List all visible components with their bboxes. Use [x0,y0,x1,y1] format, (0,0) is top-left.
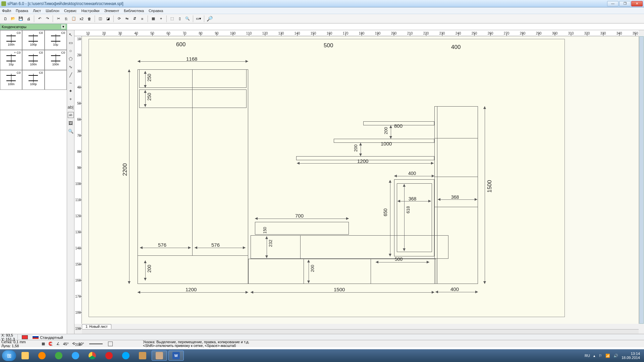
color-swatch-icon[interactable] [22,335,28,339]
taskbar-splan-icon[interactable] [152,351,167,361]
tray-date[interactable]: 18.09.2014 [622,356,640,360]
palette-component[interactable]: + C010μ [0,50,22,70]
open-file-icon[interactable]: 📂 [10,15,16,22]
mirror-v-icon[interactable]: ⇵ [131,15,138,22]
start-button[interactable]: ⊞ [2,350,16,361]
horizontal-scrollbar[interactable] [82,329,639,334]
tray-network-icon[interactable]: 📶 [605,354,610,358]
grid-toggle-icon[interactable]: ▦ [42,342,45,346]
palette-component[interactable] [45,70,67,90]
image-tool-icon[interactable]: 🖼 [68,120,74,126]
palette-component[interactable]: C0100n [0,30,22,50]
taskbar-utorrent-icon[interactable] [51,351,66,361]
delete-icon[interactable]: 🗑 [86,15,93,22]
menu-service[interactable]: Сервис [64,9,77,13]
page-icon[interactable]: ▭▾ [195,15,202,22]
tray-lang[interactable]: RU [585,354,590,358]
bezier-tool-icon[interactable]: ~ [68,80,74,86]
tray-up-icon[interactable]: ▴ [593,354,595,358]
duplicate-icon[interactable]: x2 [78,15,85,22]
menu-sheet[interactable]: Лист [33,9,41,13]
minimize-button[interactable]: — [607,1,619,6]
junction-tool-icon[interactable]: + [68,96,74,102]
taskbar-opera-icon[interactable] [101,351,117,361]
panel-icon[interactable]: ▯ [176,15,183,22]
find-icon[interactable]: 🔍 [184,15,191,22]
group-icon[interactable]: ◫ [97,15,104,22]
palette-component[interactable]: C010μ [45,30,67,50]
palette-component[interactable]: C0100n [22,50,44,70]
fill-preview[interactable] [108,342,113,346]
poly-tool-icon[interactable]: ⬠ [68,56,74,62]
windows-taskbar: ⊞ W RU ▴ ⚐ 📶 🔊 13:1418.09.2014 [0,349,644,362]
component-category-dropdown[interactable]: Конденсаторы ▾ [0,24,67,30]
dim-618: 618 [406,206,411,214]
vertical-scrollbar[interactable] [639,36,644,324]
ungroup-icon[interactable]: ◪ [105,15,111,22]
horizontal-ruler: 1020304050607080901001101201301401501601… [74,30,639,36]
drawing-canvas[interactable]: 600 500 400 1168 250 250 2200 [82,36,639,324]
taskbar-ie-icon[interactable] [68,351,83,361]
menu-element[interactable]: Элемент [104,9,119,13]
angle-ccw-icon[interactable]: ⟲ [72,342,75,346]
dimline-576a [140,248,191,248]
mirror-h-icon[interactable]: ⇋ [123,15,130,22]
redo-icon[interactable]: ↷ [44,15,51,22]
paste-icon[interactable]: 📋 [70,15,77,22]
palette-component[interactable]: C0100n [45,50,67,70]
taskbar-skype-icon[interactable] [118,351,133,361]
taskbar-chrome-icon[interactable] [85,351,100,361]
sheet-tabs: 1: Новый лист [82,324,111,329]
snap-icon[interactable]: ⌖ [158,15,164,22]
angle-icon[interactable]: ∠ [56,342,60,346]
pointer-tool-icon[interactable]: ↖ [68,32,74,38]
text-tool-icon[interactable]: ab| [68,104,74,110]
dim-700: 700 [295,213,304,219]
new-file-icon[interactable]: 🗋 [2,15,9,22]
menu-edit[interactable]: Правка [16,9,28,13]
save-file-icon[interactable]: 💾 [17,15,24,22]
taskbar-explorer-icon[interactable] [17,351,33,361]
rotate-icon[interactable]: ⟳ [116,15,122,22]
palette-component[interactable]: C0100p [22,30,44,50]
close-button[interactable]: ✕ [631,1,643,6]
dim-150: 150 [263,227,267,234]
textframe-tool-icon[interactable]: ab [68,112,74,118]
node-tool-icon[interactable]: ✦ [68,88,74,94]
align-icon[interactable]: ≡ [139,15,146,22]
tray-volume-icon[interactable]: 🔊 [613,354,618,358]
taskbar-wmplayer-icon[interactable] [34,351,50,361]
tv-base [251,235,448,259]
palette-component[interactable]: C0100p [22,70,44,90]
menu-help[interactable]: Справка [149,9,163,13]
menu-template[interactable]: Шаблон [46,9,59,13]
magnet-icon[interactable]: 🧲 [48,342,53,346]
sheet-tab-1[interactable]: 1: Новый лист [82,324,111,329]
dim-200c: 200 [353,144,358,152]
tv-shelf [255,222,349,235]
copy-icon[interactable]: ⎘ [63,15,69,22]
line-tool-icon[interactable]: ╱ [68,72,74,78]
select-frame-icon[interactable]: ⬚ [169,15,175,22]
undo-icon[interactable]: ↶ [36,15,43,22]
angle-45[interactable]: 45° [63,342,69,346]
circle-tool-icon[interactable]: ○ [68,48,74,54]
taskbar-paint-icon[interactable] [135,351,150,361]
tray-time[interactable]: 13:14 [631,352,640,356]
rect-tool-icon[interactable]: ▭ [68,40,74,46]
zoom-icon[interactable]: 🔎 [206,15,213,22]
menu-settings[interactable]: Настройки [82,9,100,13]
taskbar-word-icon[interactable]: W [168,351,184,361]
freehand-tool-icon[interactable]: ∿ [68,64,74,70]
zoom-tool-icon[interactable]: 🔍 [68,128,74,134]
system-tray: RU ▴ ⚐ 📶 🔊 13:1418.09.2014 [585,352,642,360]
cut-icon[interactable]: ✂ [55,15,62,22]
menu-file[interactable]: Файл [2,9,11,13]
grid-icon[interactable]: ▦ [150,15,157,22]
tray-flag-icon[interactable]: ⚐ [599,354,602,358]
maximize-button[interactable]: ❐ [619,1,631,6]
menu-library[interactable]: Библиотека [124,9,144,13]
palette-component[interactable]: C0100n [0,70,22,90]
print-icon[interactable]: 🖨 [25,15,32,22]
line-width-preview[interactable] [89,344,103,344]
